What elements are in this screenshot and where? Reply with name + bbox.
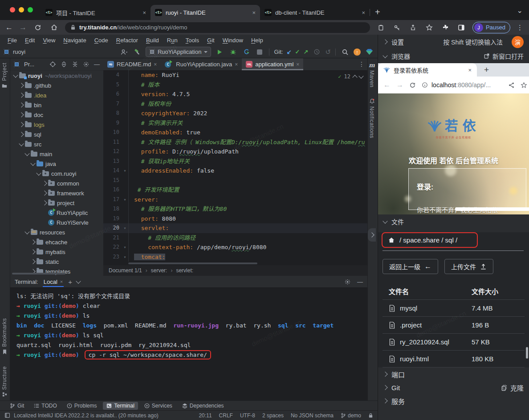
status-message[interactable]: Localized IntelliJ IDEA 2022.2.2 is avai… xyxy=(14,412,159,419)
menu-item-edit[interactable]: Edit xyxy=(21,37,39,44)
menu-item-window[interactable]: Window xyxy=(219,37,247,44)
tool-window-button-dependencies[interactable]: Dependencies xyxy=(179,402,228,410)
share-nodes-icon[interactable] xyxy=(508,82,515,89)
new-tab-button[interactable]: + xyxy=(370,7,386,20)
project-tree-title[interactable]: Pr... xyxy=(24,61,34,68)
file-row[interactable]: .project 196 B xyxy=(383,317,525,334)
mini-back-icon[interactable]: ← xyxy=(383,81,391,89)
mini-forward-icon[interactable]: → xyxy=(396,81,403,89)
chevron-right-icon[interactable] xyxy=(30,249,35,254)
menu-item-git[interactable]: Git xyxy=(203,37,219,44)
mini-url-bar[interactable]: localhost:8080/app/... xyxy=(422,81,502,89)
git-update-icon[interactable]: ↙ xyxy=(287,48,292,55)
mini-star-icon[interactable] xyxy=(521,82,527,89)
editor-hscrollbar[interactable] xyxy=(128,262,257,264)
inspections-widget[interactable]: ✓ 12 xyxy=(338,72,363,82)
browser-tab[interactable]: <t> 项目 - TitanIDE × xyxy=(41,5,151,20)
tree-item-resources[interactable]: resources xyxy=(10,227,103,237)
tree-item-src[interactable]: src xyxy=(10,139,103,149)
tree-item-ruoyiapplic[interactable]: C RuoYiApplic xyxy=(10,208,103,218)
git-commit-icon[interactable]: ✓ xyxy=(295,48,300,55)
tool-window-button-services[interactable]: Services xyxy=(141,402,176,410)
tool-window-button-terminal[interactable]: Terminal xyxy=(103,402,138,410)
go-up-button[interactable]: 返回上一级 ← xyxy=(383,259,438,274)
back-button[interactable]: ← xyxy=(5,23,13,32)
file-name[interactable]: .project xyxy=(400,321,467,329)
more-tabs-icon[interactable]: ⋮ xyxy=(358,61,365,68)
fold-marker-icon[interactable]: ▾ xyxy=(122,195,129,205)
minimize-window-button[interactable] xyxy=(19,7,24,12)
menu-item-code[interactable]: Code xyxy=(90,37,112,44)
tree-item-logs[interactable]: logs xyxy=(10,120,103,129)
menu-item-run[interactable]: Run xyxy=(163,37,182,44)
browser-section-header[interactable]: 浏览器 新窗口打开 xyxy=(378,49,529,63)
clipboard-icon[interactable] xyxy=(376,24,386,31)
fold-marker-icon[interactable]: ▾ xyxy=(122,242,129,252)
tool-tab-project[interactable]: Project xyxy=(1,63,8,88)
fold-marker-icon[interactable]: ▾ xyxy=(122,166,129,176)
panel-section-服务[interactable]: 服务 xyxy=(378,394,529,408)
status-item[interactable]: 20:11 xyxy=(199,412,212,419)
settings-section-header[interactable]: 设置 按 Shift 键切换输入法 演 xyxy=(378,35,529,49)
chevron-right-icon[interactable] xyxy=(19,83,24,88)
tree-item-main[interactable]: main xyxy=(10,149,103,159)
tab-close-icon[interactable]: × xyxy=(362,9,365,16)
file-row[interactable]: mysql 7.4 MB xyxy=(383,300,525,317)
breadcrumb-path[interactable]: / space.share / sql / xyxy=(399,236,457,244)
chevron-right-icon[interactable] xyxy=(19,93,24,97)
tree-item-ehcache[interactable]: ehcache xyxy=(10,237,103,247)
tree-item-java[interactable]: java xyxy=(10,159,103,169)
tab-search-chevron-icon[interactable]: ⌄ xyxy=(517,6,523,15)
tree-item-com.ruoyi[interactable]: com.ruoyi xyxy=(10,169,103,178)
tree-item-ruoyi[interactable]: ruoyi ~/workspace/ruoyi xyxy=(10,71,103,81)
tree-item-bin[interactable]: bin xyxy=(10,100,103,110)
status-item[interactable]: CRLF xyxy=(219,412,233,419)
menu-item-tools[interactable]: Tools xyxy=(182,37,203,44)
status-item[interactable]: No JSON schema xyxy=(291,412,334,419)
fold-marker-icon[interactable]: ▾ xyxy=(122,223,129,233)
chevron-down-icon[interactable] xyxy=(19,141,24,146)
locate-target-icon[interactable] xyxy=(49,61,56,68)
reload-button[interactable] xyxy=(33,24,43,31)
debug-button[interactable] xyxy=(228,48,238,55)
user-icon[interactable] xyxy=(119,48,129,56)
menu-item-help[interactable]: Help xyxy=(247,37,267,44)
run-config-selector[interactable]: RuoYiApplication xyxy=(146,47,212,57)
tool-tab-maven[interactable]: m Maven xyxy=(369,62,375,88)
menu-item-navigate[interactable]: Navigate xyxy=(59,37,90,44)
tab-close-icon[interactable]: × xyxy=(142,9,146,16)
tree-item-static[interactable]: static xyxy=(10,257,103,267)
chevron-down-icon[interactable] xyxy=(24,229,29,234)
panel-section-端口[interactable]: 端口 xyxy=(378,368,529,381)
expand-all-icon[interactable] xyxy=(61,61,67,68)
breadcrumb-item[interactable]: servlet: xyxy=(176,267,193,274)
column-size[interactable]: 文件大小 xyxy=(472,287,518,296)
file-name[interactable]: mysql xyxy=(400,304,467,312)
chevron-right-icon[interactable] xyxy=(19,122,24,127)
next-problem-icon[interactable] xyxy=(358,74,363,79)
tree-item-ruoyiservle[interactable]: C RuoYiServle xyxy=(10,218,103,227)
tab-close-icon[interactable]: × xyxy=(235,61,238,68)
file-row[interactable]: ruoyi.html 180 KB xyxy=(383,351,525,368)
share-icon[interactable] xyxy=(408,24,418,31)
panel-scrollbar[interactable] xyxy=(526,347,528,359)
tool-window-button-git[interactable]: Git xyxy=(6,402,28,410)
coverage-button[interactable] xyxy=(241,48,251,55)
chevron-down-icon[interactable] xyxy=(24,151,29,156)
tree-item-.github[interactable]: .github xyxy=(10,81,103,90)
chevron-right-icon[interactable] xyxy=(42,190,47,195)
close-window-button[interactable] xyxy=(10,7,15,12)
open-new-window-button[interactable]: 新窗口打开 xyxy=(484,52,524,61)
tree-item-sql[interactable]: sql xyxy=(10,129,103,139)
tab-close-icon[interactable]: × xyxy=(154,61,157,68)
menu-item-view[interactable]: View xyxy=(39,37,59,44)
chevron-down-icon[interactable] xyxy=(30,161,35,166)
chevron-right-icon[interactable] xyxy=(42,181,47,186)
project-name[interactable]: ruoyi xyxy=(13,48,25,55)
mini-browser-tab[interactable]: 登录若依系统 × xyxy=(378,63,477,77)
chevron-right-icon[interactable] xyxy=(19,102,24,107)
file-name[interactable]: ry_20210924.sql xyxy=(400,338,467,346)
prev-problem-icon[interactable] xyxy=(352,75,357,80)
fold-marker-icon[interactable]: ▾ xyxy=(122,252,129,262)
tree-item-mybatis[interactable]: mybatis xyxy=(10,247,103,257)
